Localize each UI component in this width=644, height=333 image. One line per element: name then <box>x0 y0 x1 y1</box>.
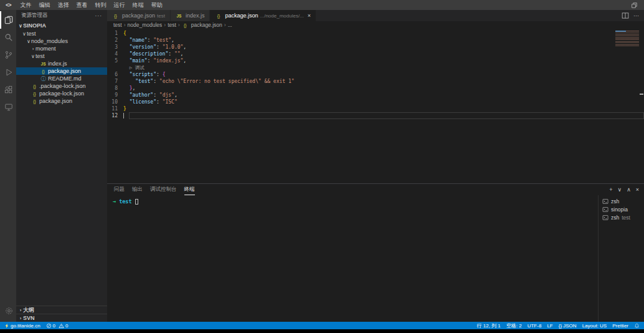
tree-item-test[interactable]: ∨test <box>16 30 107 37</box>
menu-item-终端[interactable]: 终端 <box>129 1 148 9</box>
code-editor[interactable]: 1{2 "name": "test",3 "version": "1.0.0",… <box>107 29 644 183</box>
line-content: "test": "echo \"Error: no test specified… <box>123 78 295 85</box>
menu-item-选择[interactable]: 选择 <box>54 1 73 9</box>
explorer-icon[interactable] <box>0 11 16 29</box>
menu-item-转到[interactable]: 转到 <box>92 1 110 9</box>
json-file-icon: {} <box>215 14 222 18</box>
line-content: ▷ 调试 <box>123 64 144 71</box>
sidebar-empty-area <box>16 105 107 306</box>
overview-ruler-mark <box>640 94 643 95</box>
line-number: 3 <box>107 44 123 51</box>
json-file-icon: {} <box>31 99 38 104</box>
panel-tab-终端[interactable]: 终端 <box>184 184 195 195</box>
maximize-panel-icon[interactable]: ∧ <box>627 186 631 193</box>
close-panel-icon[interactable]: × <box>636 186 639 193</box>
search-icon[interactable] <box>0 29 16 46</box>
code-line: 12 <box>107 112 644 119</box>
remote-explorer-icon[interactable] <box>0 99 16 116</box>
tree-item-label: .package-lock.json <box>39 83 86 89</box>
terminal-dropdown-chevron-icon[interactable]: ∨ <box>618 186 622 193</box>
sidebar-section-SVN[interactable]: ›SVN <box>16 314 107 322</box>
breadcrumb-item[interactable]: test <box>113 22 122 28</box>
app-logo: <> <box>0 2 17 8</box>
terminal-instance-list: zshsinopiazshtest <box>598 195 644 322</box>
status-item[interactable]: UTF-8 <box>528 322 542 329</box>
breadcrumb-item[interactable]: ... <box>228 22 232 28</box>
run-debug-icon[interactable] <box>0 64 16 81</box>
tree-item-index.js[interactable]: JSindex.js <box>16 60 107 67</box>
terminal-list-item-zsh[interactable]: zshtest <box>599 213 644 221</box>
breadcrumb-separator: › <box>124 22 126 28</box>
problems-indicator[interactable]: 0 0 <box>46 323 69 329</box>
menu-item-编辑[interactable]: 编辑 <box>36 1 54 9</box>
line-content: "version": "1.0.0", <box>123 44 186 51</box>
terminal-label: sinopia <box>611 206 628 213</box>
section-label: 大纲 <box>23 306 34 314</box>
line-number: 1 <box>107 30 123 37</box>
tab-index.js[interactable]: JSindex.js <box>171 10 211 21</box>
tab-detail: test <box>157 13 165 19</box>
status-item[interactable]: 空格: 2 <box>506 322 522 329</box>
status-bar: go.titanide.cn 0 0 行 12, 列 1空格: 2UTF-8LF… <box>0 322 644 329</box>
status-item[interactable]: Layout: US <box>582 322 607 329</box>
tab-package.json[interactable]: {}package.json.../node_modules/...× <box>210 10 316 21</box>
menu-item-查看[interactable]: 查看 <box>73 1 92 9</box>
tree-item-.package-lock.json[interactable]: {}.package-lock.json <box>16 82 107 90</box>
breadcrumb-item[interactable]: node_modules <box>128 22 163 28</box>
breadcrumb-item[interactable]: {}package.json <box>182 22 222 28</box>
tree-item-node_modules[interactable]: ∨node_modules <box>16 37 107 45</box>
menu-item-帮助[interactable]: 帮助 <box>148 1 166 9</box>
status-item[interactable]: LF <box>547 322 552 329</box>
more-actions-icon[interactable]: ··· <box>95 12 103 19</box>
tab-package.json[interactable]: {}package.jsontest <box>107 10 171 21</box>
panel-tab-问题[interactable]: 问题 <box>114 184 125 195</box>
status-item[interactable]: 行 12, 列 1 <box>477 322 501 329</box>
tree-item-label: package.json <box>39 98 72 104</box>
panel-tab-调试控制台[interactable]: 调试控制台 <box>150 184 177 195</box>
tree-item-label: index.js <box>48 60 67 67</box>
tree-item-README.md[interactable]: ⓘREADME.md <box>16 75 107 82</box>
codelens-debug[interactable]: ▷ 调试 <box>130 65 144 70</box>
menu-item-文件[interactable]: 文件 <box>17 1 36 9</box>
bell-icon[interactable] <box>634 323 640 329</box>
more-actions-icon[interactable]: ··· <box>633 12 639 19</box>
terminal-list-item-sinopia[interactable]: sinopia <box>599 205 644 213</box>
tab-label: package.json <box>225 12 258 19</box>
tree-item-package.json[interactable]: {}package.json <box>16 67 107 75</box>
workspace-section-header[interactable]: ∨ SINOPIA <box>16 21 107 30</box>
warning-count: 0 <box>65 323 68 329</box>
window-edge <box>0 329 644 333</box>
restore-window-icon[interactable] <box>631 2 638 9</box>
status-item[interactable]: {} JSON <box>559 322 577 329</box>
terminal-icon <box>602 198 608 205</box>
breadcrumb-item[interactable]: test <box>168 22 176 28</box>
tree-item-package-lock.json[interactable]: {}package-lock.json <box>16 90 107 97</box>
tree-item-label: package-lock.json <box>39 90 84 97</box>
tree-item-moment[interactable]: ›moment <box>16 45 107 52</box>
terminal-output[interactable]: →test <box>107 195 598 322</box>
line-content: "name": "test", <box>123 37 174 44</box>
terminal-label: zsh <box>611 215 619 221</box>
js-file-icon: JS <box>40 62 47 66</box>
split-editor-icon[interactable] <box>622 12 629 19</box>
remote-indicator[interactable]: go.titanide.cn <box>4 323 40 329</box>
line-number: 6 <box>107 71 123 78</box>
minimap[interactable] <box>615 31 639 47</box>
chevron-right-icon: › <box>18 307 23 313</box>
panel-tab-输出[interactable]: 输出 <box>132 184 143 195</box>
tree-item-package.json[interactable]: {}package.json <box>16 97 107 105</box>
chevron-down-icon: ∨ <box>18 23 23 29</box>
tree-item-test[interactable]: ∨test <box>16 52 107 60</box>
settings-gear-icon[interactable] <box>0 302 16 319</box>
status-item[interactable]: Prettier <box>612 322 628 329</box>
menu-item-运行[interactable]: 运行 <box>110 1 129 9</box>
line-number: 7 <box>107 78 123 85</box>
chevron-icon: ∨ <box>26 39 31 44</box>
terminal-list-item-zsh[interactable]: zsh <box>599 197 644 205</box>
json-file-icon: {} <box>31 92 38 96</box>
source-control-icon[interactable] <box>0 46 16 64</box>
close-icon[interactable]: × <box>308 12 311 19</box>
extensions-icon[interactable] <box>0 81 16 99</box>
new-terminal-icon[interactable]: + <box>609 186 612 193</box>
sidebar-section-大纲[interactable]: ›大纲 <box>16 306 107 314</box>
